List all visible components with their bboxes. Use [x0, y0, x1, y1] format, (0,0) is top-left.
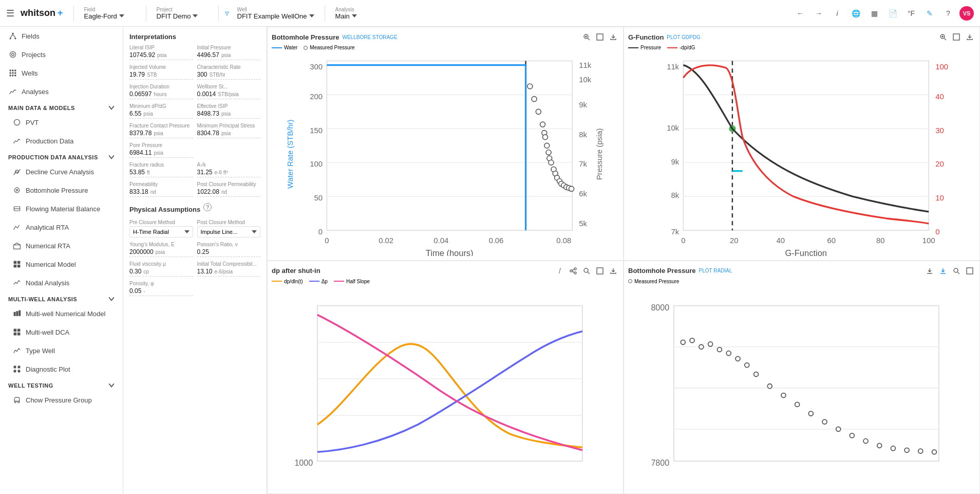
field-ask: A√k 31.25e-6 ft³: [197, 162, 261, 177]
svg-line-128: [588, 272, 590, 274]
sidebar-item-numerical-rta[interactable]: Numerical RTA: [4, 236, 123, 255]
field-characteristic-rate: Characteristic Rate 300STB/hr: [197, 64, 261, 80]
sidebar-item-multi-well-numerical[interactable]: Multi-well Numerical Model: [4, 304, 123, 323]
sidebar-item-analyses[interactable]: Analyses: [0, 82, 123, 101]
sidebar-item-production-data[interactable]: Production Data: [4, 132, 123, 150]
svg-point-69: [569, 186, 574, 191]
svg-point-149: [745, 362, 749, 367]
topbar-divider-4: [325, 6, 325, 21]
svg-text:0: 0: [325, 236, 329, 245]
field-chevron-icon: [119, 13, 124, 19]
sidebar-item-diagnostic-plot[interactable]: Diagnostic Plot: [4, 360, 123, 378]
svg-rect-13: [10, 75, 11, 76]
sidebar-item-analytical-rta[interactable]: Analytical RTA: [4, 218, 123, 236]
mwa-header[interactable]: Multi-Well Analysis: [0, 292, 123, 304]
table-button[interactable]: ▦: [867, 6, 881, 21]
svg-text:30: 30: [935, 126, 944, 135]
chart-bh-zoom[interactable]: [581, 31, 592, 43]
chart-bhr-download[interactable]: [937, 265, 949, 277]
legend-water: Water: [272, 45, 297, 50]
sidebar-item-nodal-analysis[interactable]: Nodal Analysis: [4, 273, 123, 292]
chart-bhr-export2[interactable]: [924, 265, 935, 277]
pda-header[interactable]: Production Data Analysis: [0, 150, 123, 162]
post-closure-chevron: [252, 229, 257, 234]
help-button[interactable]: ?: [941, 6, 955, 21]
sidebar-item-multi-well-dca[interactable]: Multi-well DCA: [4, 323, 123, 341]
analyses-icon: [8, 87, 17, 96]
fields-icon: [8, 31, 17, 41]
analysis-selector[interactable]: Analysis Main: [335, 7, 387, 20]
chart-gf-expand[interactable]: [951, 31, 962, 43]
chart-dp-expand[interactable]: [594, 265, 606, 277]
field-row-4: Fracture Contact Pressure 8379.78psia Mi…: [129, 123, 260, 138]
svg-point-161: [904, 448, 909, 452]
svg-text:1000: 1000: [294, 458, 313, 467]
svg-text:0.04: 0.04: [434, 236, 448, 245]
svg-rect-35: [18, 366, 21, 369]
svg-point-153: [795, 402, 800, 407]
chart-dp-header: dp after shut-in /: [272, 265, 619, 277]
sidebar-label-analyses: Analyses: [22, 88, 49, 96]
sidebar-item-wells[interactable]: Wells: [0, 64, 123, 82]
field-selector[interactable]: Field Eagle-Ford: [84, 7, 136, 20]
svg-point-19: [16, 189, 17, 191]
sidebar-item-bottomhole-pressure[interactable]: Bottomhole Pressure: [4, 181, 123, 199]
chart-bottomhole-pressure: Bottomhole Pressure WELLBORE STORAGE: [267, 27, 624, 261]
hamburger-menu[interactable]: ☰: [6, 8, 14, 19]
pre-closure-select[interactable]: H-Time Radial: [129, 226, 193, 237]
chart-bh-export[interactable]: [608, 31, 619, 43]
user-avatar[interactable]: VS: [959, 6, 974, 21]
chart-gf-actions: [937, 31, 975, 43]
globe-button[interactable]: 🌐: [849, 6, 863, 21]
field-initial-total-comp: Initial Total Compressibil... 13.10e-6/p…: [197, 261, 261, 277]
chart-dp-zoom[interactable]: [581, 265, 592, 277]
main-data-models-header[interactable]: Main Data & Models: [0, 101, 123, 113]
temperature-button[interactable]: °F: [904, 6, 918, 21]
well-selector[interactable]: Well DFIT Example WellOne: [237, 7, 314, 20]
chart-bhr-expand[interactable]: [964, 265, 975, 277]
sidebar-item-projects[interactable]: Projects: [0, 45, 123, 64]
well-label: Well: [237, 7, 314, 12]
svg-point-147: [726, 351, 731, 355]
svg-point-1: [10, 38, 11, 39]
svg-point-122: [574, 268, 576, 270]
chart-gf-zoom[interactable]: [937, 31, 949, 43]
sidebar: Fields Projects Wells Analyses Main Data…: [0, 27, 123, 494]
pre-closure-chevron: [184, 229, 190, 234]
chart-dp-export[interactable]: [608, 265, 619, 277]
forward-button[interactable]: →: [812, 6, 826, 21]
sidebar-item-chow-pressure[interactable]: Chow Pressure Group: [4, 391, 123, 409]
chart-bh-title: Bottomhole Pressure: [272, 33, 339, 41]
sidebar-item-pvt[interactable]: PVT: [4, 113, 123, 132]
youngs-poissons-row: Young's Modulus, E 2000000psia Poisson's…: [129, 242, 260, 257]
chart-dp-edit[interactable]: /: [554, 265, 566, 277]
well-testing-header[interactable]: Well Testing: [0, 378, 123, 391]
sidebar-item-decline-curve[interactable]: Decline Curve Analysis: [4, 162, 123, 181]
svg-text:10k: 10k: [667, 124, 679, 132]
svg-text:0: 0: [318, 228, 323, 236]
chart-dp-title: dp after shut-in: [272, 267, 321, 275]
chart-dp-share[interactable]: [568, 265, 579, 277]
svg-line-136: [957, 272, 959, 274]
sidebar-item-flowing-material-balance[interactable]: Flowing Material Balance: [4, 199, 123, 218]
post-closure-select[interactable]: Impulse Line...: [197, 226, 261, 237]
project-selector[interactable]: Project DFIT Demo: [157, 7, 208, 20]
back-button[interactable]: ←: [793, 6, 807, 21]
edit-button[interactable]: ✎: [922, 6, 937, 21]
svg-text:150: 150: [310, 126, 323, 135]
svg-text:60: 60: [827, 236, 836, 245]
sidebar-item-numerical-model[interactable]: Numerical Model: [4, 255, 123, 273]
diagnostic-icon: [12, 364, 22, 374]
svg-rect-23: [14, 261, 17, 264]
info-button[interactable]: i: [830, 6, 844, 21]
chart-bhr-zoom[interactable]: [951, 265, 962, 277]
chart-gf-export[interactable]: [964, 31, 975, 43]
production-data-icon: [12, 136, 22, 145]
pa-info-icon[interactable]: ?: [203, 203, 212, 211]
sidebar-item-type-well[interactable]: Type Well: [4, 341, 123, 360]
chart-gf-body: 7k 8k 9k 10k 11k 0 10 20 30 40 100 0: [628, 52, 975, 256]
svg-text:0: 0: [681, 236, 685, 245]
chart-bh-expand[interactable]: [594, 31, 606, 43]
sidebar-item-fields[interactable]: Fields: [0, 27, 123, 45]
export-button[interactable]: 📄: [885, 6, 900, 21]
